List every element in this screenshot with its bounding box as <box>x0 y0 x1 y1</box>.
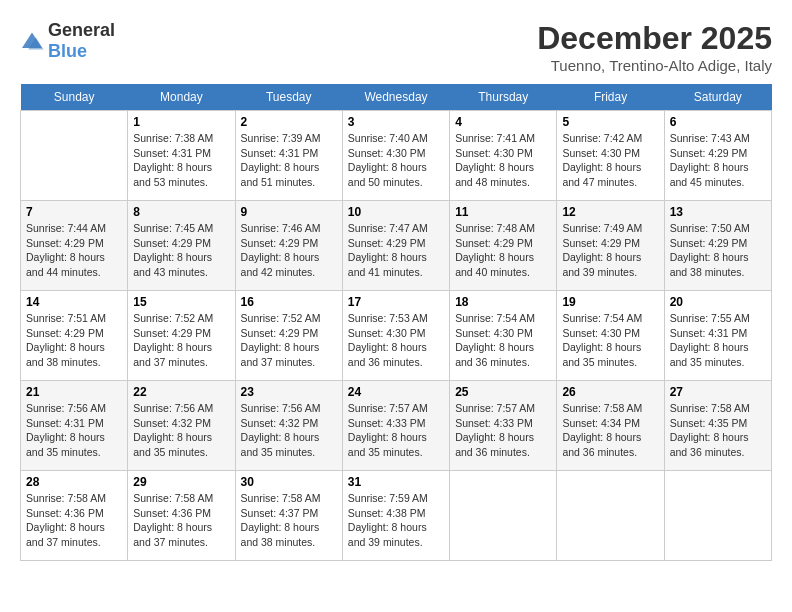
day-info: Sunrise: 7:58 AMSunset: 4:34 PMDaylight:… <box>562 401 658 460</box>
day-info: Sunrise: 7:58 AMSunset: 4:35 PMDaylight:… <box>670 401 766 460</box>
sunrise-text: Sunrise: 7:53 AM <box>348 311 444 326</box>
day-number: 15 <box>133 295 229 309</box>
calendar-table: SundayMondayTuesdayWednesdayThursdayFrid… <box>20 84 772 561</box>
sunset-text: Sunset: 4:38 PM <box>348 506 444 521</box>
calendar-cell: 9Sunrise: 7:46 AMSunset: 4:29 PMDaylight… <box>235 201 342 291</box>
day-number: 12 <box>562 205 658 219</box>
sunset-text: Sunset: 4:37 PM <box>241 506 337 521</box>
sunrise-text: Sunrise: 7:58 AM <box>670 401 766 416</box>
calendar-cell: 17Sunrise: 7:53 AMSunset: 4:30 PMDayligh… <box>342 291 449 381</box>
daylight-text: Daylight: 8 hours and 50 minutes. <box>348 160 444 189</box>
day-number: 11 <box>455 205 551 219</box>
sunrise-text: Sunrise: 7:54 AM <box>562 311 658 326</box>
day-number: 27 <box>670 385 766 399</box>
daylight-text: Daylight: 8 hours and 53 minutes. <box>133 160 229 189</box>
day-info: Sunrise: 7:54 AMSunset: 4:30 PMDaylight:… <box>562 311 658 370</box>
sunrise-text: Sunrise: 7:56 AM <box>241 401 337 416</box>
day-info: Sunrise: 7:56 AMSunset: 4:31 PMDaylight:… <box>26 401 122 460</box>
calendar-cell: 8Sunrise: 7:45 AMSunset: 4:29 PMDaylight… <box>128 201 235 291</box>
sunrise-text: Sunrise: 7:56 AM <box>26 401 122 416</box>
day-number: 7 <box>26 205 122 219</box>
day-number: 8 <box>133 205 229 219</box>
calendar-cell: 29Sunrise: 7:58 AMSunset: 4:36 PMDayligh… <box>128 471 235 561</box>
sunrise-text: Sunrise: 7:42 AM <box>562 131 658 146</box>
col-header-monday: Monday <box>128 84 235 111</box>
day-info: Sunrise: 7:56 AMSunset: 4:32 PMDaylight:… <box>133 401 229 460</box>
sunrise-text: Sunrise: 7:52 AM <box>241 311 337 326</box>
sunrise-text: Sunrise: 7:43 AM <box>670 131 766 146</box>
sunset-text: Sunset: 4:29 PM <box>26 326 122 341</box>
daylight-text: Daylight: 8 hours and 36 minutes. <box>455 340 551 369</box>
sunset-text: Sunset: 4:33 PM <box>348 416 444 431</box>
calendar-cell: 22Sunrise: 7:56 AMSunset: 4:32 PMDayligh… <box>128 381 235 471</box>
daylight-text: Daylight: 8 hours and 40 minutes. <box>455 250 551 279</box>
day-number: 28 <box>26 475 122 489</box>
sunset-text: Sunset: 4:30 PM <box>455 326 551 341</box>
sunset-text: Sunset: 4:34 PM <box>562 416 658 431</box>
day-number: 31 <box>348 475 444 489</box>
sunrise-text: Sunrise: 7:59 AM <box>348 491 444 506</box>
main-title: December 2025 <box>537 20 772 57</box>
calendar-cell: 25Sunrise: 7:57 AMSunset: 4:33 PMDayligh… <box>450 381 557 471</box>
sunset-text: Sunset: 4:29 PM <box>348 236 444 251</box>
day-info: Sunrise: 7:57 AMSunset: 4:33 PMDaylight:… <box>455 401 551 460</box>
daylight-text: Daylight: 8 hours and 47 minutes. <box>562 160 658 189</box>
daylight-text: Daylight: 8 hours and 37 minutes. <box>26 520 122 549</box>
daylight-text: Daylight: 8 hours and 36 minutes. <box>670 430 766 459</box>
sunrise-text: Sunrise: 7:54 AM <box>455 311 551 326</box>
daylight-text: Daylight: 8 hours and 44 minutes. <box>26 250 122 279</box>
day-number: 19 <box>562 295 658 309</box>
daylight-text: Daylight: 8 hours and 37 minutes. <box>241 340 337 369</box>
daylight-text: Daylight: 8 hours and 38 minutes. <box>26 340 122 369</box>
day-number: 6 <box>670 115 766 129</box>
sunrise-text: Sunrise: 7:45 AM <box>133 221 229 236</box>
day-number: 30 <box>241 475 337 489</box>
daylight-text: Daylight: 8 hours and 41 minutes. <box>348 250 444 279</box>
daylight-text: Daylight: 8 hours and 35 minutes. <box>562 340 658 369</box>
sunset-text: Sunset: 4:30 PM <box>348 146 444 161</box>
week-row-3: 14Sunrise: 7:51 AMSunset: 4:29 PMDayligh… <box>21 291 772 381</box>
day-number: 17 <box>348 295 444 309</box>
daylight-text: Daylight: 8 hours and 35 minutes. <box>348 430 444 459</box>
day-number: 16 <box>241 295 337 309</box>
day-info: Sunrise: 7:41 AMSunset: 4:30 PMDaylight:… <box>455 131 551 190</box>
day-info: Sunrise: 7:48 AMSunset: 4:29 PMDaylight:… <box>455 221 551 280</box>
daylight-text: Daylight: 8 hours and 51 minutes. <box>241 160 337 189</box>
sunrise-text: Sunrise: 7:46 AM <box>241 221 337 236</box>
calendar-cell <box>21 111 128 201</box>
day-number: 9 <box>241 205 337 219</box>
calendar-cell: 15Sunrise: 7:52 AMSunset: 4:29 PMDayligh… <box>128 291 235 381</box>
sunrise-text: Sunrise: 7:57 AM <box>455 401 551 416</box>
col-header-thursday: Thursday <box>450 84 557 111</box>
subtitle: Tuenno, Trentino-Alto Adige, Italy <box>537 57 772 74</box>
day-number: 26 <box>562 385 658 399</box>
sunrise-text: Sunrise: 7:44 AM <box>26 221 122 236</box>
day-info: Sunrise: 7:58 AMSunset: 4:36 PMDaylight:… <box>133 491 229 550</box>
calendar-cell: 3Sunrise: 7:40 AMSunset: 4:30 PMDaylight… <box>342 111 449 201</box>
daylight-text: Daylight: 8 hours and 35 minutes. <box>133 430 229 459</box>
day-info: Sunrise: 7:55 AMSunset: 4:31 PMDaylight:… <box>670 311 766 370</box>
calendar-cell: 7Sunrise: 7:44 AMSunset: 4:29 PMDaylight… <box>21 201 128 291</box>
sunset-text: Sunset: 4:33 PM <box>455 416 551 431</box>
day-info: Sunrise: 7:44 AMSunset: 4:29 PMDaylight:… <box>26 221 122 280</box>
day-number: 1 <box>133 115 229 129</box>
calendar-cell: 12Sunrise: 7:49 AMSunset: 4:29 PMDayligh… <box>557 201 664 291</box>
calendar-cell: 6Sunrise: 7:43 AMSunset: 4:29 PMDaylight… <box>664 111 771 201</box>
sunrise-text: Sunrise: 7:39 AM <box>241 131 337 146</box>
sunrise-text: Sunrise: 7:55 AM <box>670 311 766 326</box>
calendar-cell: 5Sunrise: 7:42 AMSunset: 4:30 PMDaylight… <box>557 111 664 201</box>
sunset-text: Sunset: 4:31 PM <box>670 326 766 341</box>
calendar-cell: 2Sunrise: 7:39 AMSunset: 4:31 PMDaylight… <box>235 111 342 201</box>
week-row-2: 7Sunrise: 7:44 AMSunset: 4:29 PMDaylight… <box>21 201 772 291</box>
daylight-text: Daylight: 8 hours and 43 minutes. <box>133 250 229 279</box>
logo: General Blue <box>20 20 115 62</box>
calendar-cell: 30Sunrise: 7:58 AMSunset: 4:37 PMDayligh… <box>235 471 342 561</box>
daylight-text: Daylight: 8 hours and 45 minutes. <box>670 160 766 189</box>
day-info: Sunrise: 7:58 AMSunset: 4:36 PMDaylight:… <box>26 491 122 550</box>
daylight-text: Daylight: 8 hours and 36 minutes. <box>455 430 551 459</box>
day-info: Sunrise: 7:42 AMSunset: 4:30 PMDaylight:… <box>562 131 658 190</box>
day-info: Sunrise: 7:45 AMSunset: 4:29 PMDaylight:… <box>133 221 229 280</box>
calendar-cell <box>450 471 557 561</box>
sunset-text: Sunset: 4:29 PM <box>241 236 337 251</box>
daylight-text: Daylight: 8 hours and 35 minutes. <box>670 340 766 369</box>
